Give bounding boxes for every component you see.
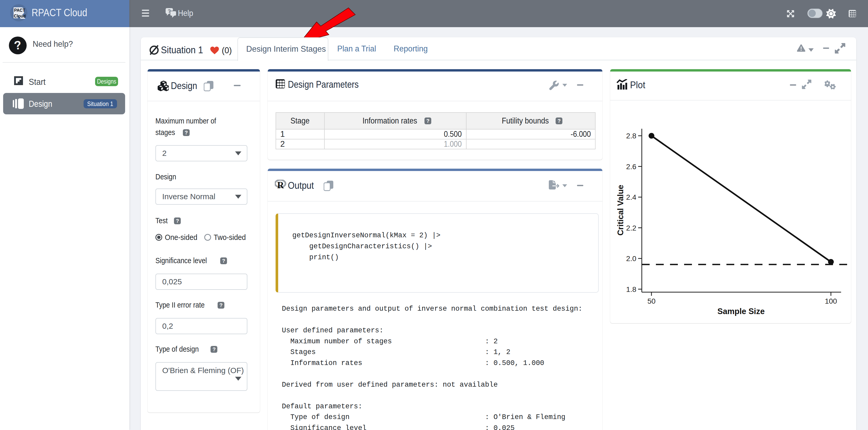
svg-text:Critical Value: Critical Value <box>616 185 625 236</box>
svg-text:R: R <box>277 180 284 189</box>
svg-text:PACT: PACT <box>14 8 25 12</box>
svg-text:Cloud: Cloud <box>14 14 26 18</box>
svg-text:2.8: 2.8 <box>626 132 636 140</box>
svg-text:2.0: 2.0 <box>626 255 636 263</box>
svg-text:50: 50 <box>647 297 655 305</box>
svg-text:1.8: 1.8 <box>626 285 636 293</box>
svg-text:Sample Size: Sample Size <box>717 307 765 316</box>
svg-text:2.4: 2.4 <box>626 193 636 201</box>
svg-text:2.2: 2.2 <box>626 224 636 232</box>
svg-text:100: 100 <box>825 297 837 305</box>
svg-text:2.6: 2.6 <box>626 163 636 171</box>
